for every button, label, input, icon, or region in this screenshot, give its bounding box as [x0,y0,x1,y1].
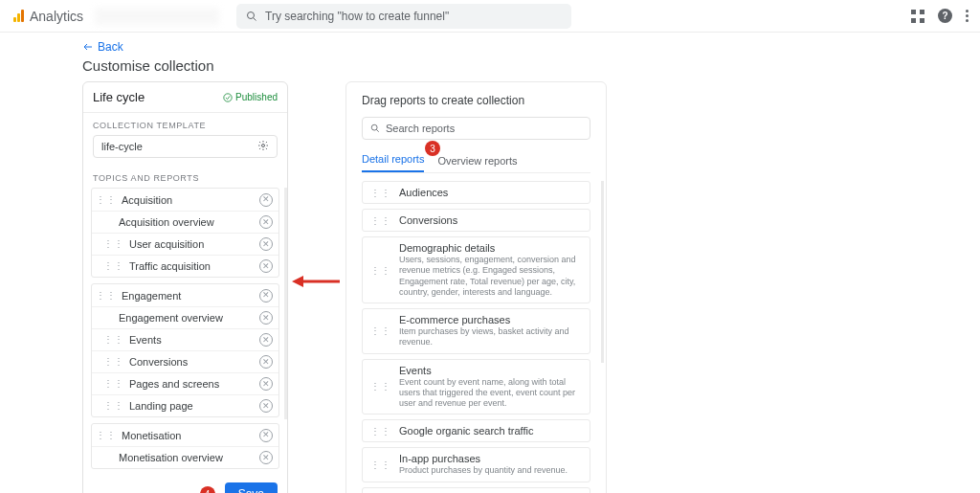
drag-handle-icon[interactable]: ⋮⋮ [370,459,391,470]
svg-line-8 [376,129,379,132]
remove-icon[interactable]: ✕ [259,311,273,325]
topic-name: Engagement [122,290,259,302]
report-item[interactable]: ⋮⋮Traffic acquisition✕ [92,255,278,277]
remove-icon[interactable]: ✕ [259,429,273,442]
remove-icon[interactable]: ✕ [259,355,273,369]
report-item[interactable]: Engagement overview✕ [92,306,278,328]
collection-name: Life cycle [93,90,145,104]
remove-icon[interactable]: ✕ [259,237,273,251]
drag-handle-icon[interactable]: ⋮⋮ [370,265,391,276]
report-item[interactable]: ⋮⋮Events✕ [92,328,278,350]
remove-icon[interactable]: ✕ [259,399,273,413]
drag-handle-icon[interactable]: ⋮⋮ [370,381,391,392]
report-item[interactable]: Acquisition overview✕ [92,211,278,233]
reports-title: Drag reports to create collection [362,94,590,107]
svg-line-1 [254,17,256,20]
page-title: Customise collection [82,57,980,74]
app-header: Analytics Try searching "how to create f… [0,0,980,33]
topic-item[interactable]: ⋮⋮ Engagement ✕ [92,284,278,306]
drag-handle-icon[interactable]: ⋮⋮ [103,239,124,249]
scrollbar[interactable] [601,181,604,363]
report-item[interactable]: ⋮⋮Conversions✕ [92,350,278,372]
help-icon[interactable]: ? [938,9,952,23]
save-button[interactable]: Save [225,482,278,493]
topic-group: ⋮⋮ Monetisation ✕ Monetisation overview✕ [91,423,279,469]
remove-icon[interactable]: ✕ [259,333,273,347]
search-icon [246,11,257,22]
template-label: COLLECTION TEMPLATE [83,113,287,135]
drag-handle-icon[interactable]: ⋮⋮ [96,291,117,301]
remove-icon[interactable]: ✕ [259,451,273,464]
drag-handle-icon[interactable]: ⋮⋮ [96,195,117,205]
svg-point-3 [224,93,232,101]
tabs: 3 Detail reports Overview reports [362,149,590,173]
report-item[interactable]: Monetisation overview✕ [92,446,278,468]
annotation-badge: 3 [425,141,440,156]
drag-handle-icon[interactable]: ⋮⋮ [370,188,391,198]
drag-handle-icon[interactable]: ⋮⋮ [370,215,391,226]
collection-card: Life cycle Published COLLECTION TEMPLATE… [82,81,288,493]
reports-search-placeholder: Search reports [386,123,455,134]
remove-icon[interactable]: ✕ [259,377,273,391]
topics-label: TOPICS AND REPORTS [83,166,287,188]
topic-name: Monetisation [122,430,259,441]
report-draggable[interactable]: ⋮⋮In-app purchasesProduct purchases by q… [362,447,590,482]
tab-overview-reports[interactable]: Overview reports [437,151,517,172]
report-draggable[interactable]: ⋮⋮Landing pageLanding Page by Views, New… [362,487,590,494]
svg-point-0 [248,11,255,18]
topic-group: ⋮⋮ Acquisition ✕ Acquisition overview✕ ⋮… [91,188,279,278]
annotation-badge: 4 [200,486,215,493]
reports-panel: Drag reports to create collection Search… [345,81,607,493]
back-link[interactable]: Back [82,40,980,54]
report-draggable[interactable]: ⋮⋮EventsEvent count by event name, along… [362,359,590,415]
status-badge: Published [223,92,278,102]
topic-name: Acquisition [122,194,259,206]
topic-item[interactable]: ⋮⋮ Monetisation ✕ [92,424,278,446]
report-item[interactable]: ⋮⋮Pages and screens✕ [92,372,278,394]
search-input[interactable]: Try searching "how to create funnel" [236,4,571,29]
svg-marker-6 [292,276,303,287]
svg-point-4 [262,145,265,147]
arrow-left-icon [82,41,94,53]
drag-handle-icon[interactable]: ⋮⋮ [96,431,117,440]
drag-handle-icon[interactable]: ⋮⋮ [103,261,124,271]
remove-icon[interactable]: ✕ [259,193,273,207]
apps-icon[interactable] [911,10,924,23]
back-label: Back [98,40,123,54]
drag-handle-icon[interactable]: ⋮⋮ [370,325,391,336]
remove-icon[interactable]: ✕ [259,259,273,273]
drag-handle-icon[interactable]: ⋮⋮ [103,357,124,367]
drag-handle-icon[interactable]: ⋮⋮ [103,401,124,411]
property-selector[interactable] [95,8,219,25]
drag-direction-arrow-icon [288,273,345,290]
template-field[interactable]: life-cycle [93,135,278,158]
search-icon [370,123,380,133]
topic-item[interactable]: ⋮⋮ Acquisition ✕ [92,189,278,211]
remove-icon[interactable]: ✕ [259,289,273,303]
drag-handle-icon[interactable]: ⋮⋮ [103,335,124,345]
check-circle-icon [223,93,233,102]
search-placeholder: Try searching "how to create funnel" [265,10,449,23]
report-draggable[interactable]: ⋮⋮E-commerce purchasesItem purchases by … [362,308,590,354]
report-draggable[interactable]: ⋮⋮Audiences [362,181,590,204]
report-draggable[interactable]: ⋮⋮Conversions [362,209,590,232]
gear-icon[interactable] [257,140,269,153]
status-text: Published [235,92,278,102]
more-menu-icon[interactable] [966,10,969,22]
topic-group: ⋮⋮ Engagement ✕ Engagement overview✕ ⋮⋮E… [91,283,279,417]
report-item[interactable]: ⋮⋮User acquisition✕ [92,233,278,255]
remove-icon[interactable]: ✕ [259,215,273,229]
report-draggable[interactable]: ⋮⋮Google organic search traffic [362,419,590,442]
reports-search-input[interactable]: Search reports [362,117,590,140]
drag-handle-icon[interactable]: ⋮⋮ [370,426,391,437]
brand-name: Analytics [30,9,83,24]
svg-point-7 [371,124,377,130]
analytics-logo-icon [13,10,24,22]
drag-handle-icon[interactable]: ⋮⋮ [103,379,124,389]
template-value: life-cycle [101,141,143,152]
scrollbar[interactable] [284,188,287,419]
report-item[interactable]: ⋮⋮Landing page✕ [92,394,278,416]
report-draggable[interactable]: ⋮⋮Demographic detailsUsers, sessions, en… [362,236,590,303]
tab-detail-reports[interactable]: Detail reports [362,149,424,172]
